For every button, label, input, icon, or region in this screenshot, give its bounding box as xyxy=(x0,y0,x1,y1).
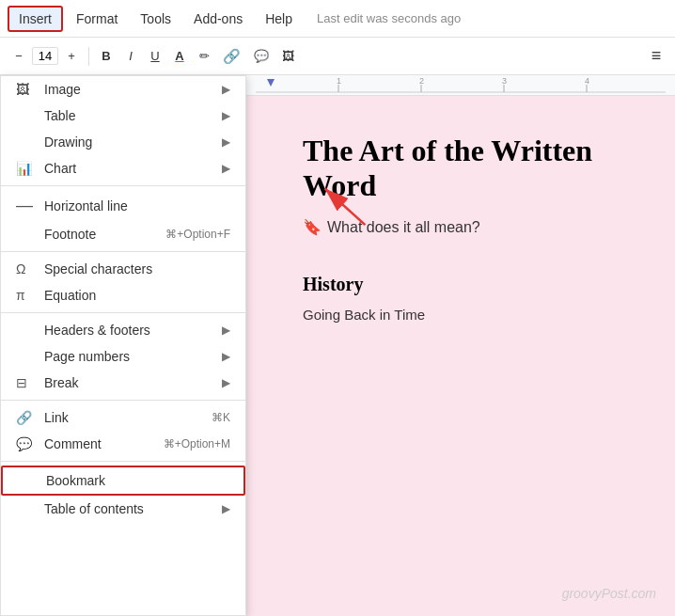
svg-text:4: 4 xyxy=(585,76,589,86)
menu-entry-equation-label: Equation xyxy=(44,288,230,303)
menu-entry-bookmark[interactable]: Bookmark xyxy=(1,466,245,496)
menu-divider-4 xyxy=(1,400,245,401)
main-area: 🖼 Image ▶ Table ▶ Drawing ▶ 📊 Chart ▶ — … xyxy=(0,75,675,616)
menu-entry-horizontal-line[interactable]: — Horizontal line xyxy=(1,190,245,221)
table-arrow-icon: ▶ xyxy=(222,109,230,122)
bookmark-marker-icon: 🔖 xyxy=(303,218,322,236)
insert-dropdown-menu: 🖼 Image ▶ Table ▶ Drawing ▶ 📊 Chart ▶ — … xyxy=(0,75,246,616)
menu-insert[interactable]: Insert xyxy=(8,6,63,32)
link-shortcut: ⌘K xyxy=(212,411,230,424)
image-arrow-icon: ▶ xyxy=(222,83,230,96)
watermark: groovyPost.com xyxy=(562,586,656,601)
font-color-icon: A xyxy=(175,49,183,63)
menu-entry-image[interactable]: 🖼 Image ▶ xyxy=(1,76,245,103)
document-heading: History xyxy=(303,274,628,295)
menu-entry-comment[interactable]: 💬 Comment ⌘+Option+M xyxy=(1,431,245,457)
document-title: The Art of the Written Word xyxy=(303,134,628,203)
menu-entry-link[interactable]: 🔗 Link ⌘K xyxy=(1,404,245,431)
svg-marker-9 xyxy=(267,79,275,87)
page-numbers-arrow-icon: ▶ xyxy=(222,350,230,363)
menu-entry-page-numbers[interactable]: Page numbers ▶ xyxy=(1,343,245,370)
menu-entry-table[interactable]: Table ▶ xyxy=(1,103,245,129)
menu-divider-2 xyxy=(1,251,245,252)
break-icon: ⊟ xyxy=(16,375,35,390)
menu-entry-break-label: Break xyxy=(44,375,222,390)
menu-entry-image-label: Image xyxy=(44,82,222,97)
menu-entry-table-of-contents-label: Table of contents xyxy=(16,501,222,516)
svg-text:2: 2 xyxy=(419,76,424,86)
italic-button[interactable]: I xyxy=(119,43,142,70)
drawing-arrow-icon: ▶ xyxy=(222,135,230,149)
menu-entry-link-label: Link xyxy=(44,410,204,425)
menu-entry-equation[interactable]: π Equation xyxy=(1,282,245,308)
headers-footers-arrow-icon: ▶ xyxy=(222,324,230,337)
menu-format[interactable]: Format xyxy=(67,8,127,30)
document-content: The Art of the Written Word 🔖 What does … xyxy=(246,96,675,616)
menu-entry-table-label: Table xyxy=(16,108,222,123)
menu-entry-special-chars-label: Special characters xyxy=(44,261,230,276)
menu-entry-special-chars[interactable]: Ω Special characters xyxy=(1,256,245,282)
comment-icon: 💬 xyxy=(16,436,35,451)
menu-entry-drawing-label: Drawing xyxy=(16,134,222,150)
document-subtitle-text: What does it all mean? xyxy=(327,219,480,236)
document-area: 1 2 3 4 The Art of the Written Word 🔖 Wh… xyxy=(246,75,675,616)
toolbar: − 14 + B I U A ✏ 🔗 💬 🖼 ≡ xyxy=(0,38,675,75)
menu-entry-chart[interactable]: 📊 Chart ▶ xyxy=(1,155,245,182)
highlight-button[interactable]: ✏ xyxy=(193,43,215,70)
break-arrow-icon: ▶ xyxy=(222,376,230,389)
toolbar-end: ≡ xyxy=(645,43,667,70)
toolbar-divider-1 xyxy=(88,47,89,66)
horizontal-line-icon: — xyxy=(16,196,35,215)
image-icon: 🖼 xyxy=(16,82,35,97)
svg-text:1: 1 xyxy=(337,76,341,86)
menu-divider-5 xyxy=(1,461,245,462)
chart-icon: 📊 xyxy=(16,161,35,176)
link-icon: 🔗 xyxy=(16,410,35,425)
font-size-display[interactable]: 14 xyxy=(32,47,58,65)
menu-entry-horizontal-line-label: Horizontal line xyxy=(44,198,230,213)
footnote-shortcut: ⌘+Option+F xyxy=(165,228,230,241)
underline-button[interactable]: U xyxy=(144,43,166,70)
menu-addons[interactable]: Add-ons xyxy=(184,8,252,30)
menu-entry-chart-label: Chart xyxy=(44,161,222,176)
menu-divider-1 xyxy=(1,185,245,186)
font-minus-button[interactable]: − xyxy=(8,43,30,70)
menu-entry-comment-label: Comment xyxy=(44,436,156,451)
more-options-button[interactable]: ≡ xyxy=(645,43,667,70)
chart-arrow-icon: ▶ xyxy=(222,162,230,175)
menu-entry-bookmark-label: Bookmark xyxy=(18,473,228,488)
link-toolbar-button[interactable]: 🔗 xyxy=(217,43,246,70)
menu-help[interactable]: Help xyxy=(256,8,302,30)
toc-arrow-icon: ▶ xyxy=(222,502,230,515)
menu-bar: Insert Format Tools Add-ons Help Last ed… xyxy=(0,0,675,38)
comment-shortcut: ⌘+Option+M xyxy=(164,437,230,450)
menu-entry-footnote-label: Footnote xyxy=(16,227,158,242)
special-chars-icon: Ω xyxy=(16,261,35,276)
menu-entry-headers-footers[interactable]: Headers & footers ▶ xyxy=(1,317,245,343)
menu-entry-drawing[interactable]: Drawing ▶ xyxy=(1,129,245,155)
bold-button[interactable]: B xyxy=(95,43,118,70)
font-plus-button[interactable]: + xyxy=(60,43,83,70)
menu-tools[interactable]: Tools xyxy=(131,8,181,30)
menu-divider-3 xyxy=(1,312,245,313)
menu-entry-page-numbers-label: Page numbers xyxy=(16,349,222,364)
insert-image-toolbar-button[interactable]: 🖼 xyxy=(276,43,300,70)
document-body: Going Back in Time xyxy=(303,307,628,323)
last-edit-text: Last edit was seconds ago xyxy=(317,11,461,25)
equation-icon: π xyxy=(16,288,35,303)
menu-entry-break[interactable]: ⊟ Break ▶ xyxy=(1,370,245,396)
menu-entry-headers-footers-label: Headers & footers xyxy=(16,323,222,338)
menu-entry-footnote[interactable]: Footnote ⌘+Option+F xyxy=(1,221,245,247)
ruler-svg: 1 2 3 4 xyxy=(256,75,666,96)
ruler: 1 2 3 4 xyxy=(246,75,675,96)
menu-entry-table-of-contents[interactable]: Table of contents ▶ xyxy=(1,496,245,522)
svg-text:3: 3 xyxy=(502,76,507,86)
insert-comment-toolbar-button[interactable]: 💬 xyxy=(248,43,275,70)
document-subtitle: 🔖 What does it all mean? xyxy=(303,218,628,236)
font-color-button[interactable]: A xyxy=(168,43,191,70)
